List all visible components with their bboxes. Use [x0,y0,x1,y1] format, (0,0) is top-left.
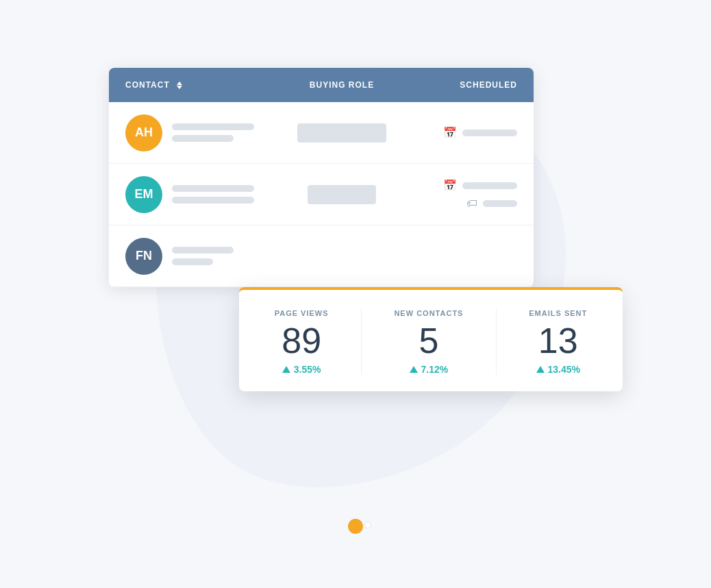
contact-detail-line [172,258,213,265]
dot-orange [348,519,363,534]
contact-lines [172,247,234,265]
contact-name-line [172,123,254,130]
trend-up-icon [410,366,418,373]
stats-card: PAGE VIEWS 89 3.55% NEW CONTACTS 5 7.12%… [239,287,623,391]
scene: CONTACT BUYING ROLE SCHEDULED AH [88,27,623,561]
row-contact: EM [125,176,276,213]
table-row[interactable]: FN [109,225,534,287]
sort-down-arrow [177,86,182,89]
table-row[interactable]: AH 📅 [109,102,534,164]
th-scheduled: SCHEDULED [408,80,517,90]
contact-detail-line [172,197,254,204]
stat-new-contacts-value: 5 [419,323,438,358]
contact-header-label: CONTACT [125,80,170,90]
th-buying-role: BUYING ROLE [276,80,408,90]
contact-lines [172,123,254,142]
stat-emails-sent: EMAILS SENT 13 13.45% [529,309,587,375]
avatar: EM [125,176,162,213]
contact-name-line [172,247,234,254]
sort-icon[interactable] [177,82,182,89]
scheduled-line-2 [483,200,517,207]
sort-up-arrow [177,82,182,85]
scheduled-line [462,182,517,189]
stat-emails-sent-change: 13.45% [536,364,580,375]
buying-role-pill [308,185,376,204]
stat-page-views-value: 89 [282,323,321,358]
stat-new-contacts-label: NEW CONTACTS [394,309,463,317]
th-contact[interactable]: CONTACT [125,80,276,90]
table-header: CONTACT BUYING ROLE SCHEDULED [109,68,534,102]
scheduled-item-2: 🏷 [466,197,517,210]
tag-icon: 🏷 [466,197,477,210]
contact-detail-line [172,135,234,142]
stat-divider [496,309,497,375]
table-row[interactable]: EM 📅 🏷 [109,164,534,225]
row-scheduled: 📅 [408,126,517,139]
row-scheduled: 📅 🏷 [408,179,517,210]
contact-lines [172,185,254,204]
row-contact: FN [125,238,276,275]
row-buying [276,185,408,204]
dot-white [364,522,371,528]
stat-page-views-change: 3.55% [282,364,321,375]
avatar: FN [125,238,162,275]
scheduled-item: 📅 [443,179,517,192]
trend-up-icon [282,366,290,373]
scheduled-line [462,130,517,136]
row-buying [276,123,408,143]
contact-name-line [172,185,254,192]
scheduled-item: 📅 [443,126,517,139]
stat-emails-sent-label: EMAILS SENT [529,309,587,317]
stat-page-views-label: PAGE VIEWS [275,309,329,317]
avatar: AH [125,114,162,151]
stat-new-contacts: NEW CONTACTS 5 7.12% [394,309,463,375]
stat-emails-sent-value: 13 [538,323,578,358]
calendar-icon: 📅 [443,126,457,139]
contact-table: CONTACT BUYING ROLE SCHEDULED AH [109,68,534,287]
calendar-icon: 📅 [443,179,457,192]
stat-page-views: PAGE VIEWS 89 3.55% [275,309,329,375]
stat-divider [361,309,362,375]
trend-up-icon [536,366,545,373]
row-contact: AH [125,114,276,151]
stat-new-contacts-change: 7.12% [410,364,449,375]
buying-role-pill [297,123,386,143]
